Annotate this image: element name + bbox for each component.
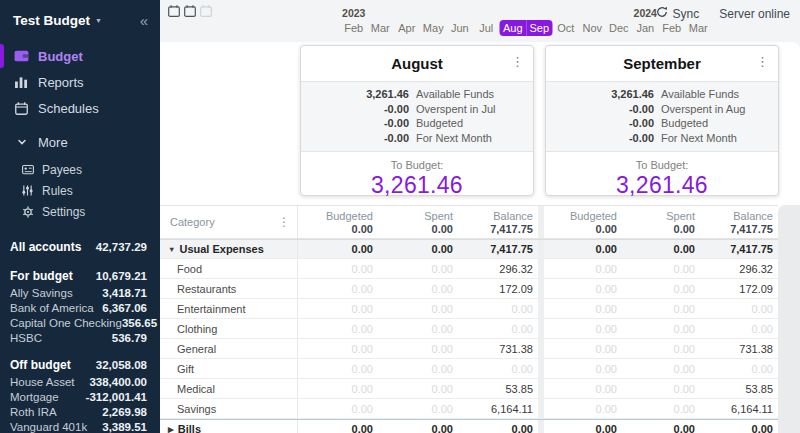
spent-cell[interactable]: 0.00 — [622, 383, 700, 395]
budgeted-header-sep[interactable]: Budgeted0.00 — [544, 206, 622, 238]
spent-cell[interactable]: 0.00 — [378, 243, 458, 255]
spent-header-aug[interactable]: Spent0.00 — [378, 206, 458, 238]
spent-cell[interactable]: 0.00 — [378, 303, 458, 315]
category-group-row-bills[interactable]: ▶Bills 0.00 0.00 0.00 0.00 0.00 0.00 — [160, 419, 778, 433]
budgeted-cell[interactable]: 0.00 — [298, 403, 378, 415]
category-row-medical[interactable]: Medical 0.00 0.00 53.85 0.00 0.00 53.85 — [160, 379, 778, 399]
account-row[interactable]: House Asset 338,400.00 — [0, 374, 160, 389]
kebab-menu-icon[interactable]: ⋮ — [278, 215, 290, 229]
spent-cell[interactable]: 0.00 — [622, 243, 700, 255]
category-row-restaurants[interactable]: Restaurants 0.00 0.00 172.09 0.00 0.00 1… — [160, 279, 778, 299]
balance-cell[interactable]: 296.32 — [458, 263, 538, 275]
category-name[interactable]: Gift — [160, 359, 298, 378]
sidebar-item-rules[interactable]: Rules — [0, 180, 160, 201]
group-name-cell[interactable]: ▶Bills — [160, 420, 298, 433]
category-row-general[interactable]: General 0.00 0.00 731.38 0.00 0.00 731.3… — [160, 339, 778, 359]
month-sep-2023-selected[interactable]: Sep — [526, 7, 553, 36]
balance-cell[interactable]: 7,417.75 — [458, 243, 538, 255]
sidebar-item-settings[interactable]: Settings — [0, 201, 160, 222]
balance-cell[interactable]: 172.09 — [700, 283, 778, 295]
category-name[interactable]: Entertainment — [160, 299, 298, 318]
sidebar-item-payees[interactable]: Payees — [0, 159, 160, 180]
account-row[interactable]: HSBC 536.79 — [0, 330, 160, 345]
budgeted-cell[interactable]: 0.00 — [544, 403, 622, 415]
category-row-clothing[interactable]: Clothing 0.00 0.00 0.00 0.00 0.00 0.00 — [160, 319, 778, 339]
spent-cell[interactable]: 0.00 — [622, 363, 700, 375]
spent-cell[interactable]: 0.00 — [378, 263, 458, 275]
budgeted-header-aug[interactable]: Budgeted0.00 — [298, 206, 378, 238]
budgeted-cell[interactable]: 0.00 — [544, 263, 622, 275]
category-row-food[interactable]: Food 0.00 0.00 296.32 0.00 0.00 296.32 — [160, 259, 778, 279]
server-status-button[interactable]: Server online — [719, 7, 790, 21]
budgeted-cell[interactable]: 0.00 — [298, 283, 378, 295]
budgeted-cell[interactable]: 0.00 — [298, 303, 378, 315]
spent-cell[interactable]: 0.00 — [378, 383, 458, 395]
budget-title[interactable]: Test Budget — [13, 13, 90, 28]
month-jul-2023[interactable]: Jul — [473, 7, 500, 36]
month-aug-2023-selected[interactable]: Aug — [500, 7, 527, 36]
budgeted-cell[interactable]: 0.00 — [298, 423, 378, 433]
account-row[interactable]: Bank of America 6,367.06 — [0, 300, 160, 315]
spent-cell[interactable]: 0.00 — [622, 323, 700, 335]
budgeted-cell[interactable]: 0.00 — [544, 423, 622, 433]
month-feb-2023[interactable]: 2023Feb — [341, 7, 368, 36]
account-row[interactable]: Capital One Checking 356.65 — [0, 315, 160, 330]
sidebar-item-schedules[interactable]: Schedules — [0, 95, 160, 121]
balance-cell[interactable]: 0.00 — [700, 323, 778, 335]
to-budget-value[interactable]: 3,261.46 — [546, 172, 778, 199]
balance-cell[interactable]: 0.00 — [700, 303, 778, 315]
three-month-view-icon[interactable] — [200, 5, 212, 17]
category-name[interactable]: Restaurants — [160, 279, 298, 298]
budgeted-cell[interactable]: 0.00 — [298, 263, 378, 275]
one-month-view-icon[interactable] — [168, 5, 180, 17]
spent-cell[interactable]: 0.00 — [622, 423, 700, 433]
collapse-sidebar-icon[interactable]: « — [140, 16, 148, 26]
account-row[interactable]: Vanguard 401k 3,389.51 — [0, 419, 160, 433]
for-budget-row[interactable]: For budget 10,679.21 — [0, 267, 160, 285]
triangle-collapsed-icon[interactable]: ▶ — [168, 425, 174, 433]
spent-cell[interactable]: 0.00 — [378, 363, 458, 375]
balance-cell[interactable]: 0.00 — [700, 363, 778, 375]
balance-cell[interactable]: 172.09 — [458, 283, 538, 295]
budgeted-cell[interactable]: 0.00 — [298, 363, 378, 375]
month-dec-2023[interactable]: Dec — [606, 7, 633, 36]
balance-cell[interactable]: 7,417.75 — [700, 243, 778, 255]
spent-cell[interactable]: 0.00 — [622, 343, 700, 355]
balance-cell[interactable]: 0.00 — [458, 303, 538, 315]
spent-header-sep[interactable]: Spent0.00 — [622, 206, 700, 238]
group-name-cell[interactable]: ▼Usual Expenses — [160, 240, 298, 258]
spent-cell[interactable]: 0.00 — [378, 283, 458, 295]
budgeted-cell[interactable]: 0.00 — [298, 243, 378, 255]
to-budget-button[interactable]: To Budget: 3,261.46 — [301, 152, 533, 199]
balance-header-sep[interactable]: Balance7,417.75 — [700, 206, 778, 238]
budgeted-cell[interactable]: 0.00 — [298, 343, 378, 355]
category-name[interactable]: Food — [160, 259, 298, 278]
month-may-2023[interactable]: May — [420, 7, 447, 36]
triangle-expanded-icon[interactable]: ▼ — [168, 245, 175, 254]
category-name[interactable]: Clothing — [160, 319, 298, 338]
spent-cell[interactable]: 0.00 — [622, 263, 700, 275]
category-row-entertainment[interactable]: Entertainment 0.00 0.00 0.00 0.00 0.00 0… — [160, 299, 778, 319]
category-name[interactable]: Medical — [160, 379, 298, 398]
category-group-row-usual-expenses[interactable]: ▼Usual Expenses 0.00 0.00 7,417.75 0.00 … — [160, 239, 778, 259]
spent-cell[interactable]: 0.00 — [378, 423, 458, 433]
budgeted-cell[interactable]: 0.00 — [544, 383, 622, 395]
budget-switcher[interactable]: Test Budget ▼ « — [0, 0, 160, 39]
category-name[interactable]: Savings — [160, 399, 298, 418]
month-apr-2023[interactable]: Apr — [394, 7, 421, 36]
balance-header-aug[interactable]: Balance7,417.75 — [458, 206, 538, 238]
kebab-menu-icon[interactable]: ⋮ — [511, 54, 524, 69]
budgeted-cell[interactable]: 0.00 — [544, 323, 622, 335]
balance-cell[interactable]: 0.00 — [458, 323, 538, 335]
category-row-gift[interactable]: Gift 0.00 0.00 0.00 0.00 0.00 0.00 — [160, 359, 778, 379]
balance-cell[interactable]: 53.85 — [458, 383, 538, 395]
account-row[interactable]: Ally Savings 3,418.71 — [0, 285, 160, 300]
budgeted-cell[interactable]: 0.00 — [544, 303, 622, 315]
budgeted-cell[interactable]: 0.00 — [544, 283, 622, 295]
month-oct-2023[interactable]: Oct — [553, 7, 580, 36]
sidebar-item-more[interactable]: More — [0, 129, 160, 155]
to-budget-value[interactable]: 3,261.46 — [301, 172, 533, 199]
sidebar-item-budget[interactable]: Budget — [0, 43, 160, 69]
two-month-view-icon[interactable] — [184, 5, 196, 17]
category-row-savings[interactable]: Savings 0.00 0.00 6,164.11 0.00 0.00 6,1… — [160, 399, 778, 419]
